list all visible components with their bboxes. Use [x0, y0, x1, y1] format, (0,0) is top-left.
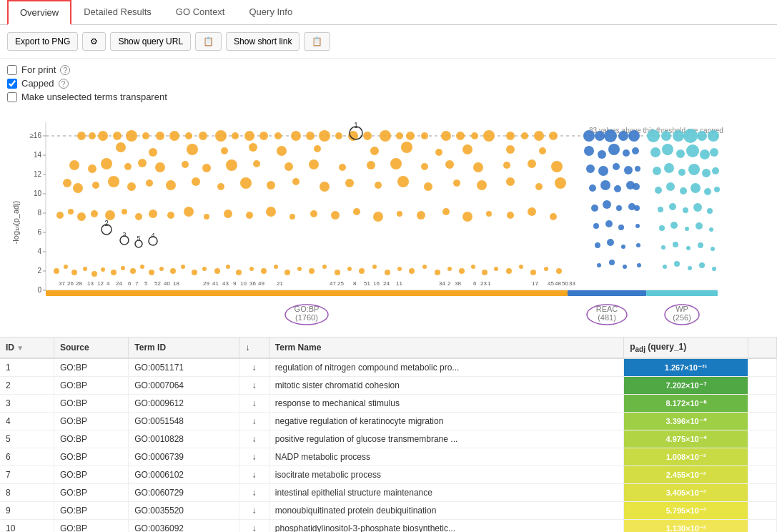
copy-url-button[interactable]: 📋 [195, 32, 222, 51]
svg-point-246 [598, 150, 606, 159]
table-row[interactable]: 9 GO:BP GO:0035520 ↓ monoubiquitinated p… [0, 502, 777, 520]
tab-go-context[interactable]: GO Context [164, 0, 237, 25]
capped-help-icon[interactable]: ? [59, 79, 69, 89]
svg-point-269 [623, 265, 627, 269]
cell-download[interactable]: ↓ [239, 466, 269, 484]
svg-rect-22 [568, 290, 646, 296]
svg-point-134 [122, 209, 127, 215]
cell-download[interactable]: ↓ [239, 484, 269, 502]
col-term-id[interactable]: Term ID [129, 338, 239, 358]
table-row[interactable]: 1 GO:BP GO:0051171 ↓ regulation of nitro… [0, 358, 777, 377]
capped-checkbox[interactable] [7, 79, 17, 89]
cell-download[interactable]: ↓ [239, 448, 269, 466]
export-png-button[interactable]: Export to PNG [7, 32, 78, 51]
capped-label[interactable]: Capped [21, 78, 54, 89]
svg-point-118 [453, 179, 460, 187]
svg-point-72 [370, 147, 379, 155]
cell-id: 6 [0, 448, 54, 466]
col-padj[interactable]: padj (query_1) [624, 338, 748, 358]
cell-padj: 1.130×10⁻² [624, 520, 748, 532]
settings-button[interactable]: ⚙ [82, 32, 106, 51]
svg-text:4: 4 [37, 247, 41, 255]
table-row[interactable]: 7 GO:BP GO:0006102 ↓ isocitrate metaboli… [0, 466, 777, 484]
svg-point-120 [506, 177, 515, 186]
cell-term-name: monoubiquitinated protein deubiquitinati… [269, 502, 623, 520]
link-copy-button[interactable]: 📋 [304, 32, 330, 51]
show-short-link-label: Show short link [234, 36, 292, 46]
svg-point-299 [704, 188, 711, 195]
col-id[interactable]: ID ▼ [0, 338, 54, 358]
svg-point-32 [98, 131, 108, 141]
svg-point-146 [353, 208, 360, 215]
svg-text:24: 24 [116, 280, 122, 287]
transparent-checkbox[interactable] [7, 92, 17, 102]
table-row[interactable]: 6 GO:BP GO:0006739 ↓ NADP metabolic proc… [0, 448, 777, 466]
cell-download[interactable]: ↓ [239, 430, 269, 448]
col-source[interactable]: Source [54, 338, 128, 358]
svg-point-110 [240, 177, 252, 189]
svg-point-184 [359, 268, 365, 274]
cell-id: 1 [0, 358, 54, 377]
table-row[interactable]: 3 GO:BP GO:0009612 ↓ response to mechani… [0, 395, 777, 413]
transparent-label[interactable]: Make unselected terms transparent [21, 92, 167, 102]
svg-point-160 [91, 271, 97, 277]
svg-point-282 [708, 130, 719, 142]
cell-term-id: GO:0051548 [129, 413, 239, 430]
svg-point-44 [274, 132, 282, 139]
table-row[interactable]: 2 GO:BP GO:0007064 ↓ mitotic sister chro… [0, 377, 777, 395]
cell-download[interactable]: ↓ [239, 377, 269, 395]
svg-point-264 [595, 242, 600, 248]
cell-download[interactable]: ↓ [239, 502, 269, 520]
for-print-label[interactable]: For print [21, 64, 56, 75]
show-query-url-button[interactable]: Show query URL [110, 32, 191, 51]
svg-point-295 [655, 187, 662, 194]
svg-point-280 [683, 129, 698, 143]
svg-point-36 [156, 132, 164, 140]
svg-point-190 [435, 270, 440, 275]
svg-point-92 [390, 158, 402, 169]
cell-id: 10 [0, 520, 54, 532]
svg-point-131 [77, 212, 86, 221]
show-short-link-button[interactable]: Show short link [226, 32, 300, 51]
svg-point-241 [595, 131, 605, 141]
cell-download[interactable]: ↓ [239, 358, 269, 377]
svg-text:23: 23 [480, 280, 487, 287]
svg-point-303 [683, 207, 688, 213]
svg-point-163 [121, 266, 125, 270]
svg-text:4: 4 [151, 232, 154, 239]
cell-download[interactable]: ↓ [239, 413, 269, 430]
table-row[interactable]: 4 GO:BP GO:0051548 ↓ negative regulation… [0, 413, 777, 430]
col-term-name[interactable]: Term Name [269, 338, 623, 358]
tab-query-info[interactable]: Query Info [237, 0, 305, 25]
svg-point-149 [417, 211, 425, 220]
tab-detailed-results[interactable]: Detailed Results [71, 0, 164, 25]
table-row[interactable]: 5 GO:BP GO:0010828 ↓ positive regulation… [0, 430, 777, 448]
cell-id: 4 [0, 413, 54, 430]
svg-point-251 [613, 163, 620, 170]
svg-point-116 [397, 176, 409, 187]
svg-point-104 [108, 176, 119, 187]
svg-point-147 [373, 212, 383, 222]
svg-point-287 [700, 149, 710, 159]
for-print-help-icon[interactable]: ? [60, 65, 70, 75]
table-row[interactable]: 10 GO:BP GO:0036092 ↓ phosphatidylinosit… [0, 520, 777, 532]
cell-term-id: GO:0036092 [129, 520, 239, 532]
table-row[interactable]: 8 GO:BP GO:0060729 ↓ intestinal epitheli… [0, 484, 777, 502]
cell-download[interactable]: ↓ [239, 395, 269, 413]
svg-point-70 [277, 146, 287, 156]
svg-point-278 [661, 131, 671, 141]
svg-text:11: 11 [396, 280, 402, 287]
svg-point-80 [101, 158, 112, 169]
svg-text:41: 41 [212, 280, 219, 287]
svg-point-249 [586, 164, 595, 173]
svg-point-167 [159, 267, 164, 271]
svg-point-154 [528, 207, 536, 216]
for-print-checkbox[interactable] [7, 65, 17, 75]
cell-download[interactable]: ↓ [239, 520, 269, 532]
svg-point-34 [126, 130, 137, 142]
svg-point-177 [274, 265, 278, 269]
tab-overview[interactable]: Overview [7, 0, 71, 25]
col-download[interactable]: ↓ [239, 338, 269, 358]
svg-point-54 [421, 132, 428, 139]
svg-text:1: 1 [488, 280, 491, 287]
